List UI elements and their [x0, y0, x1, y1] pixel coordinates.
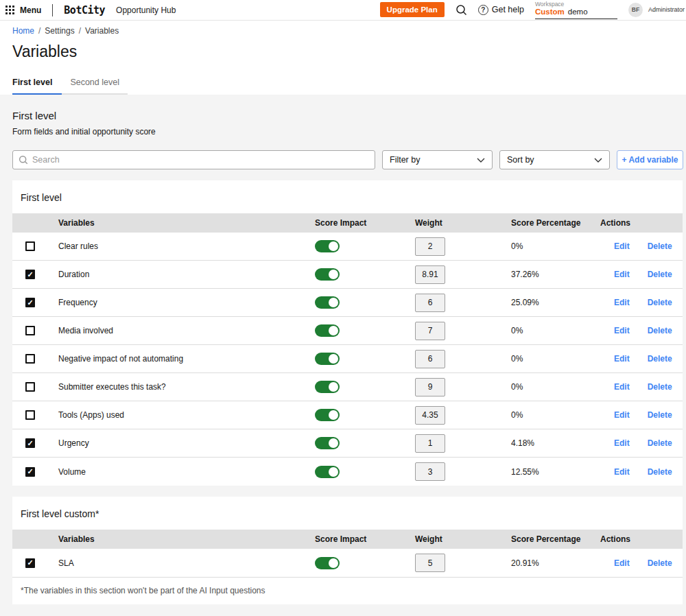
row-checkbox[interactable] — [25, 326, 35, 335]
variable-name: Urgency — [58, 438, 315, 448]
table-title: First level custom* — [12, 497, 683, 530]
score-impact-toggle[interactable] — [315, 240, 340, 252]
edit-link[interactable]: Edit — [614, 298, 630, 307]
row-checkbox[interactable] — [25, 438, 35, 448]
score-percentage: 12.55% — [511, 467, 600, 477]
score-impact-toggle[interactable] — [315, 437, 340, 449]
tab-first-level[interactable]: First level — [12, 73, 62, 95]
variable-name: Clear rules — [58, 241, 315, 251]
weight-input[interactable] — [415, 350, 445, 368]
edit-link[interactable]: Edit — [614, 382, 630, 392]
breadcrumb-settings[interactable]: Settings — [45, 26, 74, 36]
score-impact-toggle[interactable] — [315, 296, 340, 309]
row-checkbox[interactable] — [25, 558, 35, 568]
variable-name: Tools (Apps) used — [58, 410, 315, 420]
delete-link[interactable]: Delete — [648, 467, 672, 477]
toggle-knob — [329, 270, 338, 279]
score-impact-toggle[interactable] — [315, 381, 340, 393]
delete-link[interactable]: Delete — [648, 438, 672, 448]
delete-link[interactable]: Delete — [648, 558, 672, 568]
get-help-button[interactable]: ? Get help — [478, 5, 524, 15]
score-impact-toggle[interactable] — [315, 268, 340, 281]
edit-link[interactable]: Edit — [614, 270, 630, 279]
edit-link[interactable]: Edit — [614, 410, 630, 420]
column-weight: Weight — [415, 218, 511, 228]
weight-input[interactable] — [415, 434, 445, 453]
table-row: Volume 12.55% Edit Delete — [12, 458, 683, 486]
score-impact-toggle[interactable] — [315, 557, 340, 569]
weight-input[interactable] — [415, 294, 445, 312]
weight-input[interactable] — [415, 265, 445, 284]
search-icon[interactable] — [456, 4, 467, 16]
variable-name: Frequency — [58, 298, 315, 307]
top-bar: Menu BotCity Opportunity Hub Upgrade Pla… — [0, 0, 686, 21]
workspace-name: demo — [568, 8, 588, 16]
score-impact-toggle[interactable] — [315, 466, 340, 478]
breadcrumb-home[interactable]: Home — [12, 26, 34, 36]
workspace-selector[interactable]: Workspace Customdemo — [535, 1, 617, 20]
table-row: Negative impact of not automating 0% Edi… — [12, 345, 683, 373]
chevron-down-icon — [594, 158, 602, 163]
sort-by-select[interactable]: Sort by — [499, 150, 610, 169]
row-checkbox[interactable] — [25, 467, 35, 477]
edit-link[interactable]: Edit — [614, 558, 630, 568]
column-score-impact: Score Impact — [315, 534, 415, 544]
row-checkbox[interactable] — [25, 410, 35, 420]
variable-name: SLA — [58, 558, 315, 568]
table-row: Submitter executes this task? 0% Edit De… — [12, 373, 683, 401]
get-help-label: Get help — [492, 5, 524, 14]
section-subtitle: Form fields and initial opportunity scor… — [12, 127, 683, 137]
weight-input[interactable] — [415, 462, 445, 481]
row-checkbox[interactable] — [25, 354, 35, 364]
weight-input[interactable] — [415, 378, 445, 396]
edit-link[interactable]: Edit — [614, 354, 630, 364]
tab-second-level[interactable]: Second level — [62, 73, 128, 95]
weight-input[interactable] — [415, 406, 445, 425]
table-header: Variables Score Impact Weight Score Perc… — [12, 213, 683, 233]
row-checkbox[interactable] — [25, 270, 35, 279]
controls-row: Filter by Sort by + Add variable — [12, 150, 683, 169]
filter-by-select[interactable]: Filter by — [382, 150, 493, 169]
search-input[interactable] — [32, 155, 369, 165]
app-grid-icon[interactable] — [5, 5, 14, 14]
row-checkbox[interactable] — [25, 382, 35, 392]
menu-button[interactable]: Menu — [20, 5, 41, 15]
score-impact-toggle[interactable] — [315, 324, 340, 337]
delete-link[interactable]: Delete — [648, 241, 672, 251]
table-header: Variables Score Impact Weight Score Perc… — [12, 530, 683, 549]
table-row: Tools (Apps) used 0% Edit Delete — [12, 401, 683, 429]
delete-link[interactable]: Delete — [648, 382, 672, 392]
user-menu[interactable]: BF Administrator — [628, 3, 685, 17]
toggle-knob — [329, 354, 338, 364]
row-checkbox[interactable] — [25, 298, 35, 307]
column-variables: Variables — [58, 534, 315, 544]
score-percentage: 0% — [511, 382, 600, 392]
delete-link[interactable]: Delete — [648, 326, 672, 335]
delete-link[interactable]: Delete — [648, 410, 672, 420]
score-impact-toggle[interactable] — [315, 353, 340, 365]
user-role: Administrator — [648, 6, 685, 13]
table-footnote: *The variables in this section won't be … — [12, 577, 683, 604]
delete-link[interactable]: Delete — [648, 354, 672, 364]
weight-input[interactable] — [415, 554, 445, 572]
score-impact-toggle[interactable] — [315, 409, 340, 421]
weight-input[interactable] — [415, 237, 445, 256]
breadcrumb: Home / Settings / Variables — [0, 21, 686, 36]
toggle-knob — [329, 410, 338, 420]
add-variable-button[interactable]: + Add variable — [617, 150, 683, 169]
upgrade-plan-button[interactable]: Upgrade Plan — [380, 2, 445, 17]
edit-link[interactable]: Edit — [614, 467, 630, 477]
variable-name: Duration — [58, 270, 315, 279]
edit-link[interactable]: Edit — [614, 438, 630, 448]
edit-link[interactable]: Edit — [614, 241, 630, 251]
delete-link[interactable]: Delete — [648, 270, 672, 279]
toggle-knob — [329, 298, 338, 307]
first-level-table-card: First level Variables Score Impact Weigh… — [12, 180, 683, 486]
edit-link[interactable]: Edit — [614, 326, 630, 335]
content-area: First level Form fields and initial oppo… — [0, 95, 686, 616]
delete-link[interactable]: Delete — [648, 298, 672, 307]
search-box — [12, 150, 375, 169]
weight-input[interactable] — [415, 322, 445, 340]
row-checkbox[interactable] — [25, 241, 35, 251]
score-percentage: 0% — [511, 326, 600, 335]
